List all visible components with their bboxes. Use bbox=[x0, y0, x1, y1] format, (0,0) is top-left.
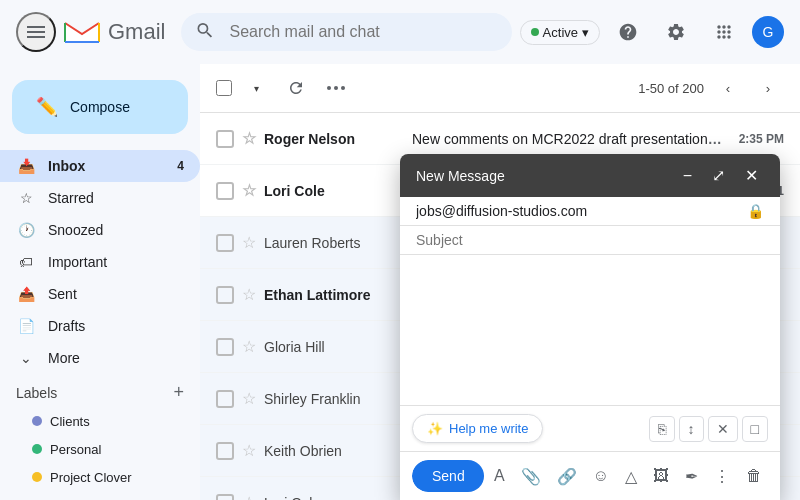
svg-point-4 bbox=[334, 86, 338, 90]
prev-page-button[interactable]: ‹ bbox=[712, 72, 744, 104]
email-checkbox[interactable] bbox=[216, 494, 234, 501]
star-button[interactable]: ☆ bbox=[242, 285, 256, 304]
send-button[interactable]: Send bbox=[412, 460, 484, 492]
page-count: 1-50 of 200 bbox=[638, 81, 704, 96]
label-project-clover-1[interactable]: Project Clover bbox=[16, 463, 184, 491]
format-button[interactable]: A bbox=[488, 461, 511, 491]
important-label: Important bbox=[48, 254, 107, 270]
compose-modal: New Message − ⤢ ✕ 🔒 ✨ Help me write bbox=[400, 154, 780, 500]
label-clients-1[interactable]: Clients bbox=[16, 407, 184, 435]
compose-icon: ✏️ bbox=[36, 96, 58, 118]
compose-subject-field bbox=[400, 226, 780, 255]
minimize-button[interactable]: − bbox=[677, 164, 698, 187]
email-checkbox[interactable] bbox=[216, 442, 234, 460]
sidebar-item-drafts[interactable]: 📄 Drafts bbox=[0, 310, 200, 342]
delete-draft-button[interactable]: 🗑 bbox=[740, 461, 768, 491]
star-button[interactable]: ☆ bbox=[242, 181, 256, 200]
label-clients-2[interactable]: Clients bbox=[16, 491, 184, 500]
refresh-button[interactable] bbox=[280, 72, 312, 104]
email-sender: Lori Cole bbox=[264, 183, 404, 199]
compose-header: New Message − ⤢ ✕ bbox=[400, 154, 780, 197]
label-dot bbox=[32, 472, 42, 482]
more-options-compose[interactable]: ⋮ bbox=[708, 461, 736, 492]
star-button[interactable]: ☆ bbox=[242, 337, 256, 356]
important-icon: 🏷 bbox=[16, 254, 36, 270]
labels-title: Labels bbox=[16, 385, 57, 401]
sidebar-item-starred[interactable]: ☆ Starred bbox=[0, 182, 200, 214]
compose-to-input[interactable] bbox=[416, 203, 739, 219]
discard-action[interactable]: ✕ bbox=[708, 416, 738, 442]
inbox-icon: 📥 bbox=[16, 158, 36, 174]
menu-button[interactable] bbox=[16, 12, 56, 52]
select-dropdown[interactable]: ▾ bbox=[240, 72, 272, 104]
add-label-button[interactable]: + bbox=[173, 382, 184, 403]
apps-button[interactable] bbox=[704, 12, 744, 52]
emoji-button[interactable]: ☺ bbox=[587, 461, 615, 491]
email-checkbox[interactable] bbox=[216, 234, 234, 252]
snoozed-label: Snoozed bbox=[48, 222, 103, 238]
nav-menu: 📥 Inbox 4 ☆ Starred 🕐 Snoozed 🏷 Importan… bbox=[0, 150, 200, 374]
sent-label: Sent bbox=[48, 286, 77, 302]
sidebar-item-sent[interactable]: 📤 Sent bbox=[0, 278, 200, 310]
compose-title: New Message bbox=[416, 168, 505, 184]
inbox-label: Inbox bbox=[48, 158, 85, 174]
header: Gmail Active ▾ G bbox=[0, 0, 800, 64]
drive-button[interactable]: △ bbox=[619, 461, 643, 492]
sidebar-item-important[interactable]: 🏷 Important bbox=[0, 246, 200, 278]
select-all-checkbox[interactable] bbox=[216, 80, 232, 96]
more-nav-label: More bbox=[48, 350, 80, 366]
sidebar-item-snoozed[interactable]: 🕐 Snoozed bbox=[0, 214, 200, 246]
label-personal-1[interactable]: Personal bbox=[16, 435, 184, 463]
signature-button[interactable]: ✒ bbox=[679, 461, 704, 492]
attach-button[interactable]: 📎 bbox=[515, 461, 547, 492]
sidebar-item-inbox[interactable]: 📥 Inbox 4 bbox=[0, 150, 200, 182]
search-input[interactable] bbox=[181, 13, 511, 51]
email-checkbox[interactable] bbox=[216, 286, 234, 304]
email-sender: Roger Nelson bbox=[264, 131, 404, 147]
help-me-write-label: Help me write bbox=[449, 421, 528, 436]
close-compose-button[interactable]: ✕ bbox=[739, 164, 764, 187]
label-dot bbox=[32, 416, 42, 426]
help-me-write-button[interactable]: ✨ Help me write bbox=[412, 414, 543, 443]
compose-body[interactable] bbox=[400, 255, 780, 405]
email-time: 2:35 PM bbox=[739, 132, 784, 146]
insert-action[interactable]: ↕ bbox=[679, 416, 704, 442]
compose-to-field: 🔒 bbox=[400, 197, 780, 226]
star-button[interactable]: ☆ bbox=[242, 389, 256, 408]
star-button[interactable]: ☆ bbox=[242, 233, 256, 252]
more-action[interactable]: □ bbox=[742, 416, 768, 442]
compose-header-actions: − ⤢ ✕ bbox=[677, 164, 764, 187]
status-badge[interactable]: Active ▾ bbox=[520, 20, 600, 45]
compose-footer: Send ▾ A 📎 🔗 ☺ △ 🖼 ✒ ⋮ 🗑 bbox=[400, 451, 780, 500]
link-button[interactable]: 🔗 bbox=[551, 461, 583, 492]
copy-action[interactable]: ⎘ bbox=[649, 416, 675, 442]
svg-point-3 bbox=[327, 86, 331, 90]
photo-button[interactable]: 🖼 bbox=[647, 461, 675, 491]
star-button[interactable]: ☆ bbox=[242, 129, 256, 148]
email-checkbox[interactable] bbox=[216, 390, 234, 408]
label-name: Clients bbox=[50, 414, 90, 429]
help-button[interactable] bbox=[608, 12, 648, 52]
email-checkbox[interactable] bbox=[216, 182, 234, 200]
active-dot bbox=[531, 28, 539, 36]
compose-subject-input[interactable] bbox=[416, 232, 764, 248]
settings-button[interactable] bbox=[656, 12, 696, 52]
send-button-group: Send ▾ bbox=[412, 460, 484, 492]
email-checkbox[interactable] bbox=[216, 130, 234, 148]
lock-icon: 🔒 bbox=[747, 203, 764, 219]
sidebar-item-more[interactable]: ⌄ More bbox=[0, 342, 200, 374]
user-avatar[interactable]: G bbox=[752, 16, 784, 48]
email-checkbox[interactable] bbox=[216, 338, 234, 356]
label-name: Personal bbox=[50, 442, 101, 457]
snoozed-icon: 🕐 bbox=[16, 222, 36, 238]
svg-point-5 bbox=[341, 86, 345, 90]
compose-label: Compose bbox=[70, 99, 130, 115]
star-button[interactable]: ☆ bbox=[242, 493, 256, 500]
more-options-button[interactable] bbox=[320, 72, 352, 104]
sent-icon: 📤 bbox=[16, 286, 36, 302]
compose-button[interactable]: ✏️ Compose bbox=[12, 80, 188, 134]
next-page-button[interactable]: › bbox=[752, 72, 784, 104]
email-sender: Lori Cole bbox=[264, 495, 404, 501]
expand-button[interactable]: ⤢ bbox=[706, 164, 731, 187]
star-button[interactable]: ☆ bbox=[242, 441, 256, 460]
